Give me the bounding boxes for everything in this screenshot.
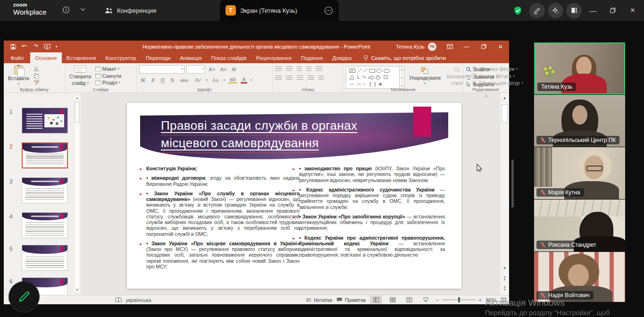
scroll-down-icon[interactable]: ▼ <box>500 266 509 270</box>
arrange-button[interactable]: Упорядкувати▾ <box>407 65 443 86</box>
strikethrough-button[interactable]: abc <box>179 77 190 83</box>
slide-title[interactable]: Правові засади служби в органах місцевог… <box>161 117 406 152</box>
next-slide-button[interactable]: ▼▼ <box>500 286 509 291</box>
video-panel-scrollbar[interactable] <box>511 159 514 208</box>
tab-animations[interactable]: Анімація <box>175 52 206 63</box>
scrollbar-thumb[interactable] <box>502 104 508 123</box>
minimize-button[interactable]: — <box>585 0 602 21</box>
italic-button[interactable]: К <box>150 77 156 83</box>
slide-thumbnail-5[interactable] <box>22 245 68 271</box>
participant-video-5[interactable]: Надія Войтович <box>534 252 625 302</box>
collapse-ribbon-icon[interactable]: ˄ <box>485 94 487 99</box>
grow-font-button[interactable]: A˄ <box>207 67 217 72</box>
shrink-font-button[interactable]: A˅ <box>218 67 228 72</box>
tab-transitions[interactable]: Переходи <box>141 52 175 63</box>
new-slide-button[interactable]: Створити слайд▾ <box>67 65 93 86</box>
restore-button[interactable] <box>604 0 621 21</box>
shape-gallery[interactable]: { } ★ <box>346 66 400 89</box>
layout-panel-button[interactable] <box>566 3 582 18</box>
align-right-icon[interactable] <box>297 75 303 81</box>
participant-video-2[interactable]: Тернопільський Центр ПК <box>534 95 625 147</box>
ai-sparkles-button[interactable] <box>548 3 563 18</box>
underline-button[interactable]: П <box>159 77 166 83</box>
language-indicator[interactable]: українська <box>115 297 151 303</box>
increase-indent-icon[interactable] <box>306 67 311 72</box>
tab-design[interactable]: Конструктор <box>100 52 141 63</box>
participant-video-3[interactable]: Марія Кутна <box>534 147 625 199</box>
bullets-icon[interactable] <box>275 67 282 72</box>
columns-icon[interactable] <box>318 75 324 81</box>
qat-customize-icon[interactable]: ▾ <box>56 45 58 49</box>
slide-scrollbar[interactable]: ▲ ▼ ▲▲ ▼▼ <box>500 93 509 295</box>
format-painter-icon[interactable] <box>33 80 39 85</box>
decrease-indent-icon[interactable] <box>297 67 302 72</box>
tab-home[interactable]: Основне <box>30 52 61 63</box>
tell-me-box[interactable]: Скажіть, що потрібно зробити <box>363 52 446 63</box>
tab-insert[interactable]: Вставлення <box>62 52 101 63</box>
slide-thumbnail-4[interactable] <box>22 212 68 238</box>
tab-slideshow[interactable]: Показ слайдів <box>206 52 251 63</box>
line-spacing-icon[interactable] <box>316 67 322 72</box>
slide-thumbnail-2-selected[interactable] <box>22 142 68 168</box>
bold-button[interactable]: Ж <box>139 77 147 83</box>
clear-formatting-button[interactable]: A̸ <box>230 67 237 72</box>
zoom-slider-track[interactable] <box>442 300 476 300</box>
tab-view[interactable]: Подання <box>296 52 327 63</box>
participant-video-1[interactable]: Тетяна Кузь <box>534 42 625 94</box>
section-button[interactable]: Розділ▾ <box>95 80 121 85</box>
align-center-icon[interactable] <box>286 75 293 81</box>
slide-sorter-view-button[interactable] <box>386 296 399 304</box>
ribbon-display-options-icon[interactable] <box>441 41 458 52</box>
ppt-restore-button[interactable] <box>475 41 492 52</box>
previous-slide-button[interactable]: ▲▲ <box>500 276 509 281</box>
ppt-user-avatar[interactable]: ТК <box>428 42 436 51</box>
tab-review[interactable]: Рецензування <box>251 52 296 63</box>
comments-button[interactable]: Примітки <box>336 297 366 303</box>
tab-screen-share[interactable]: T Экран (Тетяна Кузь) <box>220 0 339 21</box>
find-button[interactable]: Знайти <box>466 65 506 72</box>
paste-button[interactable]: Вставити ▾ <box>6 65 31 86</box>
slide-thumbnail-3[interactable] <box>22 177 68 203</box>
participant-video-4[interactable]: Роксана Стандрет <box>534 200 625 251</box>
notes-button[interactable]: Нотатки <box>306 297 332 303</box>
character-spacing-button[interactable]: AV <box>193 77 203 83</box>
slide-thumbnail-1[interactable] <box>22 108 68 133</box>
shape-gallery-scrollbar[interactable]: ▴▾▾ <box>400 66 405 89</box>
copy-icon[interactable] <box>33 73 39 79</box>
reset-button[interactable]: Скинути <box>95 73 121 79</box>
slide-body-right-column[interactable]: • законодавство про працю (КЗпПУ, Закон … <box>292 166 445 262</box>
ppt-minimize-button[interactable]: — <box>458 41 475 52</box>
change-case-button[interactable]: Aa <box>211 77 220 83</box>
justify-icon[interactable] <box>308 75 314 81</box>
layout-button[interactable]: Макет▾ <box>95 66 121 72</box>
annotate-pencil-button[interactable] <box>529 3 545 18</box>
cut-icon[interactable] <box>33 66 39 72</box>
tab-help[interactable]: Довідка <box>327 52 356 63</box>
zoom-annotate-button[interactable] <box>8 281 40 312</box>
current-slide[interactable]: Правові засади служби в органах місцевог… <box>127 103 461 289</box>
start-slideshow-icon[interactable] <box>44 44 50 50</box>
close-button[interactable]: × <box>624 0 641 21</box>
scroll-up-icon[interactable]: ▲ <box>500 96 509 100</box>
slide-body-left-column[interactable]: Конституція України; • міжнародні догово… <box>139 166 300 274</box>
slideshow-view-button[interactable] <box>419 296 432 304</box>
zoom-slider-thumb[interactable] <box>458 297 460 302</box>
thumbnail-scrollbar[interactable]: ▲▼ <box>74 95 80 293</box>
ellipsis-icon[interactable] <box>324 6 333 15</box>
align-left-icon[interactable] <box>275 75 282 81</box>
text-shadow-button[interactable]: S <box>169 77 176 83</box>
redo-icon[interactable] <box>33 44 39 49</box>
font-size-select[interactable] <box>186 65 205 74</box>
ppt-close-button[interactable]: × <box>492 41 509 52</box>
font-color-button[interactable]: A <box>241 76 247 83</box>
tab-file[interactable]: Файл <box>4 52 30 63</box>
zoom-in-button[interactable]: + <box>479 297 482 303</box>
save-icon[interactable] <box>10 44 16 50</box>
tab-meeting[interactable]: Конференция <box>105 0 156 21</box>
normal-view-button[interactable] <box>370 296 382 304</box>
info-icon[interactable] <box>62 6 70 14</box>
font-name-select[interactable] <box>139 65 184 74</box>
zoom-out-button[interactable]: − <box>436 297 439 303</box>
highlight-button[interactable]: ab <box>228 76 237 83</box>
chevron-down-icon[interactable] <box>80 8 85 11</box>
